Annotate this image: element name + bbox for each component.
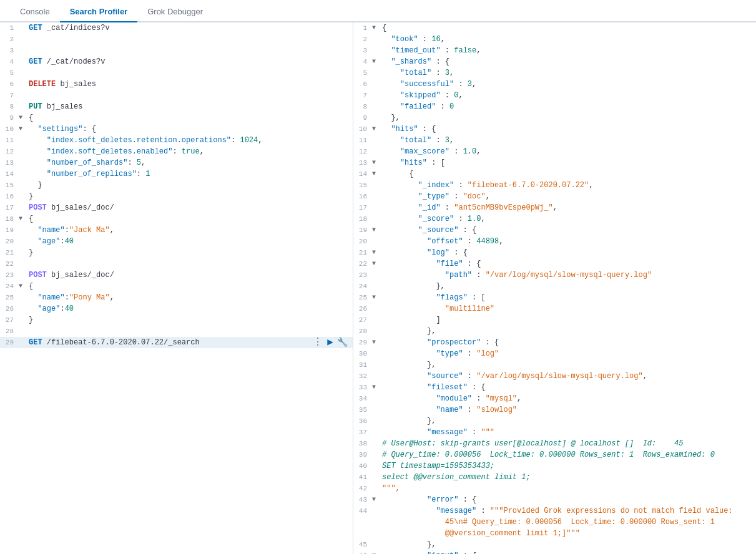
right-line-9: 9 }, [353,112,756,124]
line-num-19: 19 [0,225,19,236]
right-line-21: 21 ▼ "log" : { [353,247,756,258]
run-button[interactable]: ▶ [327,337,333,348]
right-fold-26 [372,303,380,314]
right-line-content-4: "_shards" : { [380,56,756,67]
code-line-25: 25 "name":"Pony Ma", [0,292,353,303]
fold-10[interactable]: ▼ [19,124,26,135]
right-line-content-16: "_type" : "doc", [380,191,756,202]
right-line-content-44b: 45\n# Query_time: 0.000056 Lock_time: 0.… [380,517,756,528]
fold-24[interactable]: ▼ [19,281,26,292]
right-fold-19[interactable]: ▼ [372,225,380,236]
line-content-11: "index.soft_deletes.retention.operations… [26,135,353,146]
right-fold-32 [372,371,380,382]
fold-9[interactable]: ▼ [19,112,26,124]
right-line-content-2: "took" : 16, [380,34,756,45]
right-fold-14[interactable]: ▼ [372,168,380,180]
tab-console[interactable]: Console [10,2,60,22]
right-line-num-11: 11 [353,135,372,146]
line-num-27: 27 [0,314,19,326]
line-num-13: 13 [0,157,19,168]
right-line-content-25: "flags" : [ [380,292,756,303]
right-line-num-37: 37 [353,427,372,438]
right-code-area[interactable]: 1 ▼ { 2 "took" : 16, 3 "timed_out" : fal… [353,22,756,554]
wrench-icon[interactable]: 🔧 [337,337,348,348]
tab-grok-debugger[interactable]: Grok Debugger [137,2,213,22]
line-content-2 [26,34,353,45]
right-line-content-8: "failed" : 0 [380,101,756,112]
right-line-28: 28 }, [353,326,756,337]
right-line-19: 19 ▼ "_source" : { [353,225,756,236]
right-line-num-41: 41 [353,472,372,483]
right-line-2: 2 "took" : 16, [353,34,756,45]
right-fold-13[interactable]: ▼ [372,157,380,168]
code-line-18: 18 ▼ { [0,213,353,225]
code-line-20: 20 "age":40 [0,236,353,247]
right-line-num-3: 3 [353,45,372,56]
right-fold-46[interactable]: ▼ [372,550,380,554]
right-line-content-43: "error" : { [380,494,756,505]
line-content-18: { [26,213,353,225]
right-line-content-15: "_index" : "filebeat-6.7.0-2020.07.22", [380,180,756,191]
left-code-area[interactable]: 1 GET _cat/indices?v 2 3 [0,22,353,554]
right-line-num-19: 19 [353,225,372,236]
code-line-16: 16 } [0,191,353,202]
right-line-num-18: 18 [353,213,372,225]
fold-18[interactable]: ▼ [19,213,26,225]
right-fold-25[interactable]: ▼ [372,292,380,303]
right-fold-29[interactable]: ▼ [372,337,380,348]
code-line-17: 17 POST bj_sales/_doc/ [0,202,353,213]
line-num-3: 3 [0,45,19,56]
right-line-16: 16 "_type" : "doc", [353,191,756,202]
right-fold-1[interactable]: ▼ [372,22,380,34]
right-line-num-24: 24 [353,281,372,292]
right-fold-43[interactable]: ▼ [372,494,380,505]
right-line-content-6: "successful" : 3, [380,79,756,90]
vertical-dots-icon: ⋮ [313,337,323,348]
fold-20 [19,236,26,247]
right-line-12: 12 "max_score" : 1.0, [353,146,756,157]
right-line-24: 24 }, [353,281,756,292]
right-fold-10[interactable]: ▼ [372,124,380,135]
line-num-4: 4 [0,56,19,67]
code-line-2: 2 [0,34,353,45]
right-line-num-39: 39 [353,449,372,460]
fold-6 [19,79,26,90]
fold-4 [19,56,26,67]
fold-28 [19,326,26,337]
tab-search-profiler[interactable]: Search Profiler [60,2,138,22]
right-fold-33[interactable]: ▼ [372,382,380,393]
code-line-24: 24 ▼ { [0,281,353,292]
right-line-num-2: 2 [353,34,372,45]
right-fold-7 [372,90,380,101]
right-line-content-13: "hits" : [ [380,157,756,168]
right-fold-21[interactable]: ▼ [372,247,380,258]
right-fold-39 [372,449,380,460]
line-actions-29: ⋮ ▶ 🔧 [313,337,353,348]
fold-21 [19,247,26,258]
line-num-20: 20 [0,236,19,247]
fold-27 [19,314,26,326]
code-line-28: 28 [0,326,353,337]
right-line-39: 39 # Query_time: 0.000056 Lock_time: 0.0… [353,449,756,460]
line-num-16: 16 [0,191,19,202]
right-line-6: 6 "successful" : 3, [353,79,756,90]
right-fold-11 [372,135,380,146]
right-line-content-1: { [380,22,756,34]
right-fold-6 [372,79,380,90]
right-line-8: 8 "failed" : 0 [353,101,756,112]
fold-26 [19,303,26,314]
right-fold-22[interactable]: ▼ [372,258,380,270]
right-fold-31 [372,359,380,371]
right-line-num-1: 1 [353,22,372,34]
right-line-num-22: 22 [353,258,372,270]
right-fold-12 [372,146,380,157]
line-content-6: DELETE bj_sales [26,79,353,90]
line-content-12: "index.soft_deletes.enabled": true, [26,146,353,157]
right-line-32: 32 "source" : "/var/log/mysql/slow-mysql… [353,371,756,382]
fold-16 [19,191,26,202]
right-line-44c: @@version_comment limit 1;]""" [353,528,756,539]
right-fold-4[interactable]: ▼ [372,56,380,67]
right-line-num-8: 8 [353,101,372,112]
right-line-num-26: 26 [353,303,372,314]
right-line-content-41: select @@version_comment limit 1; [380,472,756,483]
